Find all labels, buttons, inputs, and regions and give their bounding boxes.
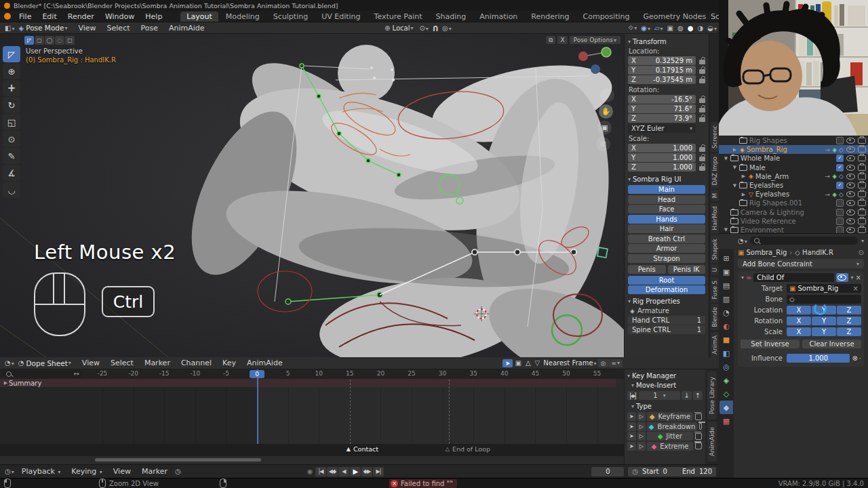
workspace-tab-animation[interactable]: Animation — [473, 12, 524, 22]
key-type-breakdown[interactable]: ➤▷◆Breakdown — [627, 422, 703, 431]
select-mode-tweak-icon[interactable]: ◸ — [24, 36, 34, 45]
frames-stepper[interactable]: 1▾ — [639, 391, 680, 400]
tool-tab-icon[interactable]: ⊞ — [719, 251, 733, 265]
rotation-y-toggle[interactable]: Y — [812, 317, 836, 325]
next-keyframe-button[interactable]: ◆▶ — [361, 467, 372, 476]
key-type-jitter[interactable]: ➤▷◆Jitter — [627, 432, 703, 441]
outliner-row[interactable]: Rig Shapes — [719, 136, 868, 145]
expand-icon[interactable]: ▼ — [732, 165, 738, 170]
render-visibility-icon[interactable] — [858, 227, 866, 233]
timeline-menu-marker[interactable]: Marker — [136, 467, 173, 476]
proportional-keys-icon[interactable]: ◎ — [598, 359, 609, 367]
dope-sheet-menu-key[interactable]: Key — [217, 359, 241, 367]
workspace-tab-rendering[interactable]: Rendering — [525, 12, 575, 22]
n-panel-tab-anima[interactable]: AnimA — [711, 332, 719, 357]
mode-dropdown[interactable]: Pose Mode — [26, 24, 64, 32]
axis-x-toggle[interactable]: X — [557, 36, 567, 44]
dope-sheet-mode-dropdown[interactable]: Dope Sheet — [26, 359, 67, 367]
viewport-3d[interactable]: ◸▢◯◌▢ User Perspective (0) Sombra_Rig : … — [0, 34, 719, 357]
menu-render[interactable]: Render — [62, 12, 100, 21]
scale-z-toggle[interactable]: Z — [837, 327, 861, 336]
rig-prop-spine-ctrl[interactable]: Spine CTRL1 — [628, 325, 705, 334]
side-tab-pose-library[interactable]: Pose Library — [707, 371, 717, 420]
playback-sync-icon[interactable]: ◷ — [173, 468, 183, 475]
rig-button-breath-ctrl[interactable]: Breath Ctrl — [628, 235, 705, 243]
render-visibility-icon[interactable] — [858, 182, 866, 188]
side-tab-animaide[interactable]: AnimAide — [707, 422, 717, 462]
measure-tool[interactable]: ∡ — [3, 165, 20, 181]
key-type-extreme[interactable]: ➤▷◆Extreme — [627, 442, 703, 451]
snap-magnet-icon[interactable]: U — [431, 24, 440, 32]
render-visibility-icon[interactable] — [858, 174, 866, 180]
object-data-tab-icon[interactable]: ◈ — [719, 373, 733, 387]
key-type-keyframe[interactable]: ➤▷◆Keyframe — [627, 412, 703, 421]
pose-breakdowner-tool[interactable]: ◡ — [3, 182, 20, 198]
render-visibility-icon[interactable] — [858, 165, 866, 171]
view-layer-tab-icon[interactable]: ▥ — [719, 292, 733, 306]
outliner-row[interactable]: ▶◈Male_Arm→◈◇ — [719, 172, 868, 181]
outliner-row[interactable]: ▼Environment — [719, 226, 868, 234]
rotation-z-field[interactable]: Z73.9° — [628, 114, 696, 123]
workspace-tab-texture-paint[interactable]: Texture Paint — [368, 12, 429, 22]
lock-icon[interactable] — [699, 166, 705, 171]
frame-range-field[interactable]: ◷ Start0 End120 — [628, 467, 716, 476]
render-region-icon[interactable]: ▣ — [665, 24, 675, 32]
constraint-enable-toggle[interactable] — [836, 273, 848, 282]
visibility-eye-icon[interactable] — [846, 165, 855, 171]
expand-icon[interactable]: ▼ — [732, 183, 738, 188]
type-header[interactable]: ▾Type — [631, 403, 703, 410]
rig-button-armor[interactable]: Armor — [628, 244, 705, 253]
select-mode-circle-icon[interactable]: ◯ — [45, 36, 54, 45]
outliner-row[interactable]: Rig Shapes.001 — [719, 199, 868, 207]
rig-button-penis-ik[interactable]: Penis IK — [668, 265, 706, 274]
properties-search-input[interactable] — [750, 237, 858, 245]
animate-dot-icon[interactable]: · — [859, 354, 861, 362]
outliner-row[interactable]: ▼Whole Male✓ — [719, 154, 868, 163]
cursor-tool[interactable]: ⊕ — [3, 63, 20, 79]
interpolation-icon[interactable]: ≈▾ — [608, 359, 623, 367]
insert-down-icon[interactable]: ↓ — [682, 391, 691, 400]
select-mode-box-icon[interactable]: ▢ — [35, 36, 44, 45]
rotation-z-toggle[interactable]: Z — [837, 317, 861, 325]
rig-properties-header[interactable]: ▾Rig Properties — [628, 298, 705, 305]
workspace-tab-shading[interactable]: Shading — [430, 12, 473, 22]
influence-slider[interactable]: 1.000 — [787, 354, 850, 363]
delete-keys-icon[interactable] — [695, 443, 702, 449]
checkbox[interactable]: ✓ — [836, 155, 844, 162]
material-tab-icon[interactable]: ▦ — [719, 414, 733, 428]
visibility-eye-icon[interactable] — [846, 155, 855, 161]
current-frame-indicator[interactable]: 0 — [250, 370, 264, 378]
outliner-row[interactable]: ▶▽Eyelashes→◈◇ — [719, 190, 868, 199]
select-keys-icon[interactable]: ➤ — [627, 432, 636, 441]
render-visibility-icon[interactable] — [858, 191, 866, 197]
editor-type-icon[interactable]: ◔▾ — [3, 359, 16, 367]
timeline-menu-playback[interactable]: Playback ▾ — [16, 467, 66, 476]
marker-strip[interactable]: ▲Contact△End of Loop — [0, 444, 624, 456]
shading-wireframe-icon[interactable]: ◍ — [675, 24, 686, 32]
horizontal-scrollbar[interactable] — [95, 458, 261, 462]
viewport-canvas[interactable] — [0, 34, 624, 357]
rig-button-strapon[interactable]: Strapon — [628, 254, 705, 263]
gizmo-toggle-icon[interactable]: ⟐▾ — [626, 24, 639, 32]
select-mode-more-icon[interactable]: ▢ — [65, 36, 75, 45]
viewport-menu-select[interactable]: Select — [102, 24, 136, 33]
delete-keys-icon[interactable] — [699, 423, 702, 430]
properties-editor-type-icon[interactable]: ◔▾ — [738, 237, 747, 245]
jump-left-icon[interactable]: |◂▸| — [627, 391, 637, 400]
prev-keyframe-button[interactable]: ◀◆ — [327, 467, 338, 476]
rig-button-head[interactable]: Head — [628, 195, 705, 204]
rig-button-face[interactable]: Face — [628, 205, 705, 214]
render-visibility-icon[interactable] — [858, 200, 866, 206]
pose-options-dropdown[interactable]: Pose Options▾ — [570, 36, 620, 44]
mirror-x-icon[interactable]: ⧉ — [546, 36, 555, 44]
overlays-toggle-icon[interactable]: ◉▾ — [639, 24, 652, 32]
clear-inverse-button[interactable]: Clear Inverse — [802, 340, 861, 348]
summary-channel[interactable]: ▶ Summary — [0, 379, 616, 387]
checkbox[interactable]: ✓ — [836, 182, 844, 189]
checkbox[interactable] — [836, 199, 844, 207]
visibility-eye-icon[interactable] — [846, 209, 855, 216]
workspace-tab-compositing[interactable]: Compositing — [577, 12, 636, 22]
workspace-tab-sculpting[interactable]: Sculpting — [267, 12, 314, 22]
breadcrumb-bone[interactable]: HandIK.R — [802, 249, 833, 256]
camera-view-icon[interactable]: ▣ — [597, 121, 612, 135]
